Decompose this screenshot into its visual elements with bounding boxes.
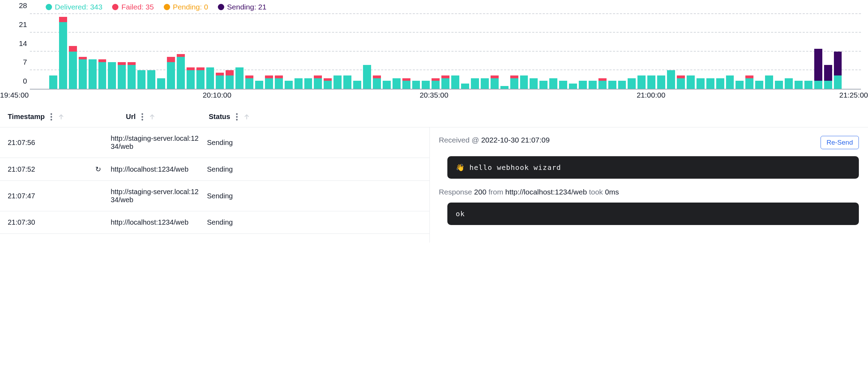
- table-row[interactable]: 21:07:30http://localhost:1234/webSending: [0, 211, 429, 234]
- bar[interactable]: [491, 14, 499, 89]
- bar[interactable]: [520, 14, 528, 89]
- bar[interactable]: [755, 14, 763, 89]
- legend-item-delivered[interactable]: Delivered: 343: [46, 3, 102, 11]
- legend-item-pending[interactable]: Pending: 0: [164, 3, 208, 11]
- bar[interactable]: [147, 14, 155, 89]
- bar[interactable]: [432, 14, 440, 89]
- bar[interactable]: [383, 14, 391, 89]
- bar[interactable]: [118, 14, 126, 89]
- bar[interactable]: [422, 14, 430, 89]
- bar[interactable]: [598, 14, 607, 89]
- bar[interactable]: [441, 14, 449, 89]
- bar[interactable]: [569, 14, 577, 89]
- bar[interactable]: [775, 14, 783, 89]
- bar[interactable]: [834, 14, 842, 89]
- bar[interactable]: [804, 14, 812, 89]
- bar[interactable]: [412, 14, 420, 89]
- bar[interactable]: [69, 14, 77, 89]
- bar[interactable]: [628, 14, 636, 89]
- bar[interactable]: [589, 14, 597, 89]
- bar[interactable]: [481, 14, 489, 89]
- bar[interactable]: [687, 14, 695, 89]
- bar[interactable]: [187, 14, 195, 89]
- bar[interactable]: [285, 14, 293, 89]
- bar[interactable]: [393, 14, 401, 89]
- bar[interactable]: [667, 14, 675, 89]
- bar[interactable]: [637, 14, 646, 89]
- bar[interactable]: [726, 14, 734, 89]
- bar[interactable]: [59, 14, 67, 89]
- bar[interactable]: [177, 14, 185, 89]
- bar[interactable]: [314, 14, 322, 89]
- kebab-icon[interactable]: [50, 113, 52, 121]
- bar[interactable]: [196, 14, 205, 89]
- bar[interactable]: [79, 14, 87, 89]
- bar[interactable]: [461, 14, 469, 89]
- bar[interactable]: [294, 14, 303, 89]
- legend-item-sending[interactable]: Sending: 21: [218, 3, 266, 11]
- bar[interactable]: [275, 14, 283, 89]
- bar[interactable]: [451, 14, 459, 89]
- bar[interactable]: [618, 14, 626, 89]
- bar[interactable]: [579, 14, 587, 89]
- bar[interactable]: [206, 14, 214, 89]
- legend-item-failed[interactable]: Failed: 35: [112, 3, 154, 11]
- bar[interactable]: [363, 14, 371, 89]
- bar[interactable]: [814, 14, 822, 89]
- bar[interactable]: [549, 14, 557, 89]
- bar[interactable]: [89, 14, 97, 89]
- sort-arrow-icon[interactable]: [58, 114, 64, 120]
- bar[interactable]: [471, 14, 479, 89]
- kebab-icon[interactable]: [236, 113, 238, 121]
- bar[interactable]: [795, 14, 803, 89]
- bar[interactable]: [324, 14, 332, 89]
- bar[interactable]: [304, 14, 312, 89]
- bar[interactable]: [736, 14, 744, 89]
- bar[interactable]: [745, 14, 753, 89]
- bar[interactable]: [137, 14, 145, 89]
- bar[interactable]: [333, 14, 342, 89]
- bar[interactable]: [353, 14, 361, 89]
- table-row[interactable]: 21:07:56http://staging-server.local:1234…: [0, 127, 429, 158]
- table-row[interactable]: 21:07:47http://staging-server.local:1234…: [0, 181, 429, 211]
- bar[interactable]: [128, 14, 136, 89]
- bar[interactable]: [98, 14, 106, 89]
- bar[interactable]: [235, 14, 244, 89]
- bar[interactable]: [402, 14, 410, 89]
- bar[interactable]: [697, 14, 705, 89]
- bar[interactable]: [500, 14, 509, 89]
- bar[interactable]: [510, 14, 518, 89]
- bar[interactable]: [255, 14, 263, 89]
- column-url[interactable]: Url: [126, 113, 155, 121]
- bar[interactable]: [373, 14, 381, 89]
- column-timestamp[interactable]: Timestamp: [8, 113, 64, 121]
- sort-arrow-icon[interactable]: [149, 114, 155, 120]
- bar[interactable]: [49, 14, 57, 89]
- bar[interactable]: [559, 14, 567, 89]
- bar[interactable]: [765, 14, 773, 89]
- table-row[interactable]: 21:07:52↻http://localhost:1234/webSendin…: [0, 158, 429, 181]
- bar[interactable]: [343, 14, 351, 89]
- plot-area: [30, 14, 861, 90]
- bar[interactable]: [785, 14, 793, 89]
- bar[interactable]: [226, 14, 234, 89]
- bar[interactable]: [157, 14, 165, 89]
- bar[interactable]: [677, 14, 685, 89]
- bar[interactable]: [245, 14, 253, 89]
- column-status[interactable]: Status: [209, 113, 250, 121]
- kebab-icon[interactable]: [141, 113, 143, 121]
- bar[interactable]: [647, 14, 655, 89]
- bar[interactable]: [657, 14, 665, 89]
- bar[interactable]: [530, 14, 538, 89]
- bar[interactable]: [716, 14, 724, 89]
- bar[interactable]: [824, 14, 832, 89]
- sort-arrow-icon[interactable]: [244, 114, 250, 120]
- resend-button[interactable]: Re-Send: [821, 136, 859, 149]
- bar[interactable]: [167, 14, 175, 89]
- bar[interactable]: [706, 14, 714, 89]
- bar[interactable]: [265, 14, 273, 89]
- bar[interactable]: [539, 14, 548, 89]
- bar[interactable]: [108, 14, 116, 89]
- bar[interactable]: [216, 14, 224, 89]
- bar[interactable]: [608, 14, 616, 89]
